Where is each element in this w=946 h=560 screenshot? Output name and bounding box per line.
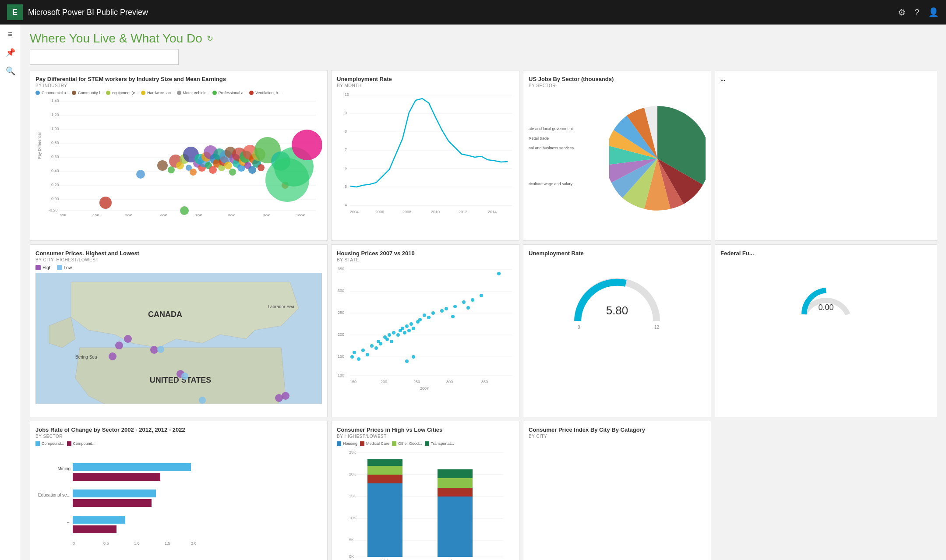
- high-color: [35, 265, 41, 270]
- svg-point-134: [366, 353, 369, 356]
- svg-text:7: 7: [345, 148, 347, 152]
- svg-point-162: [480, 294, 483, 297]
- svg-text:10: 10: [345, 92, 349, 97]
- us-jobs-subtitle: BY SECTOR: [529, 83, 706, 88]
- gauge-title: Unemployment Rate: [529, 250, 706, 257]
- svg-text:25K: 25K: [349, 450, 356, 454]
- unemployment-svg: 10 9 8 7 6 5 4 2004: [337, 91, 514, 222]
- svg-rect-176: [73, 490, 156, 497]
- federal-gauge-area: 0.00: [720, 257, 932, 345]
- svg-point-164: [412, 355, 415, 359]
- page-header: Where You Live & What You Do ↻: [21, 25, 946, 49]
- svg-point-52: [229, 169, 236, 176]
- svg-point-71: [180, 206, 189, 215]
- svg-point-147: [403, 331, 406, 335]
- svg-text:2014: 2014: [488, 210, 497, 214]
- svg-text:2004: 2004: [350, 210, 359, 214]
- svg-point-146: [401, 327, 404, 330]
- svg-rect-174: [73, 473, 160, 481]
- svg-point-149: [407, 329, 411, 332]
- nav-icon[interactable]: ≡: [8, 30, 13, 39]
- jobs-legend: Compound... Compound...: [35, 441, 322, 446]
- svg-point-107: [282, 392, 289, 400]
- consumer-bar-svg: 25K 20K 15K 10K 5K 0K: [337, 448, 514, 560]
- svg-point-28: [157, 160, 168, 171]
- scatter-subtitle: BY INDUSTRY: [35, 83, 322, 88]
- jobs-rate-subtitle: BY SECTOR: [35, 434, 322, 439]
- account-icon[interactable]: 👤: [928, 7, 939, 18]
- svg-text:5: 5: [345, 184, 347, 189]
- svg-rect-179: [73, 516, 125, 524]
- svg-rect-201: [367, 459, 402, 466]
- svg-point-110: [199, 397, 206, 404]
- legend-item-5: Professional a...: [212, 91, 247, 95]
- unemployment-gauge-card: Unemployment Rate 5.80 0 12: [523, 244, 711, 417]
- consumer-map-title: Consumer Prices. Highest and Lowest: [35, 250, 322, 257]
- svg-point-136: [374, 346, 378, 350]
- svg-text:20K: 20K: [349, 472, 356, 476]
- legend-item-4: Motor vehicle...: [177, 91, 210, 95]
- refresh-icon[interactable]: ↻: [207, 34, 213, 43]
- svg-point-27: [136, 170, 145, 179]
- consumer-legend-4: Transportat...: [425, 441, 454, 446]
- overflow-card: ...: [715, 70, 937, 241]
- svg-text:0K: 0K: [349, 554, 354, 559]
- svg-point-153: [418, 318, 422, 321]
- svg-point-50: [224, 162, 232, 169]
- svg-point-109: [181, 373, 188, 380]
- search-input[interactable]: [30, 49, 179, 65]
- svg-text:0.00: 0.00: [818, 303, 833, 312]
- svg-point-156: [431, 311, 435, 315]
- settings-icon[interactable]: ⚙: [898, 7, 906, 18]
- svg-text:CANADA: CANADA: [148, 310, 182, 319]
- svg-point-150: [409, 322, 413, 326]
- svg-text:12: 12: [654, 325, 660, 330]
- map-svg: CANADA UNITED STATES Bering Sea Labrador…: [36, 273, 321, 404]
- svg-point-154: [423, 313, 426, 317]
- svg-point-142: [390, 340, 393, 343]
- us-jobs-card: US Jobs By Sector (thousands) BY SECTOR …: [523, 70, 711, 241]
- svg-text:0: 0: [578, 325, 580, 330]
- svg-point-151: [412, 327, 415, 330]
- search-bar: [30, 49, 937, 65]
- svg-point-73: [265, 158, 309, 202]
- pin-icon[interactable]: 📌: [6, 48, 15, 57]
- map-area: CANADA UNITED STATES Bering Sea Labrador…: [35, 273, 322, 404]
- svg-text:250: 250: [338, 310, 344, 315]
- svg-point-143: [392, 331, 395, 335]
- unemployment-card: Unemployment Rate BY MONTH 10 9 8 7 6 5 …: [331, 70, 519, 241]
- svg-rect-180: [73, 525, 116, 533]
- svg-point-155: [427, 316, 431, 319]
- svg-text:90K: 90K: [263, 213, 270, 216]
- svg-text:100K: 100K: [296, 213, 305, 216]
- jobs-rate-card: Jobs Rate of Change by Sector 2002 - 201…: [30, 421, 328, 560]
- search-icon[interactable]: 🔍: [6, 66, 15, 76]
- legend-item-3: Hardware, an...: [141, 91, 174, 95]
- help-icon[interactable]: ?: [914, 7, 919, 18]
- pie-legend-item-4: riculture wage and salary: [529, 182, 609, 186]
- svg-text:0.5: 0.5: [103, 541, 109, 546]
- topbar: E Microsoft Power BI Public Preview ⚙ ? …: [0, 0, 946, 25]
- svg-text:0.40: 0.40: [51, 169, 59, 173]
- legend-item-2: equipment (e...: [106, 91, 138, 95]
- consumer-legend-3: Other Good...: [392, 441, 422, 446]
- cpi-subtitle: BY CITY: [529, 434, 706, 439]
- svg-rect-203: [438, 488, 473, 497]
- svg-text:2.0: 2.0: [191, 541, 197, 546]
- low-color: [57, 265, 62, 270]
- svg-text:70K: 70K: [195, 213, 202, 216]
- svg-point-26: [99, 197, 112, 209]
- svg-text:350: 350: [481, 380, 488, 384]
- consumer-legend-1: Housing: [337, 441, 357, 446]
- federal-title: Federal Fu...: [720, 250, 932, 257]
- svg-point-133: [361, 349, 365, 352]
- svg-point-163: [497, 272, 501, 275]
- svg-point-132: [357, 357, 360, 361]
- svg-text:40K: 40K: [92, 213, 99, 216]
- scatter-legend: Commercial a... Community f... equipment…: [35, 91, 322, 95]
- svg-point-72: [292, 130, 322, 160]
- svg-point-144: [396, 333, 400, 337]
- svg-text:200: 200: [381, 380, 387, 384]
- svg-text:0.60: 0.60: [51, 155, 59, 159]
- svg-text:50K: 50K: [125, 213, 132, 216]
